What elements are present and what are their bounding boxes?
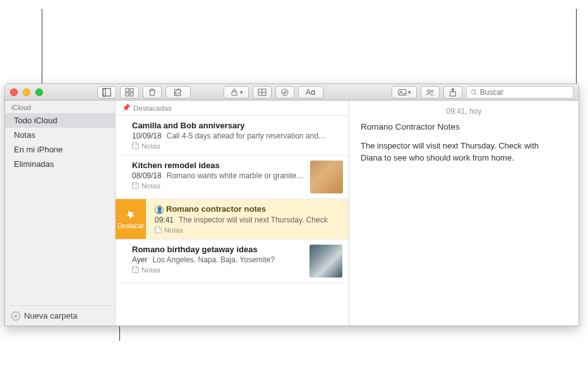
note-date: Ayer: [132, 255, 147, 264]
list-section-header: 📌 Destacadas: [116, 101, 349, 116]
list-section-label: Destacadas: [133, 104, 172, 112]
sidebar-item-label: Todo iCloud: [14, 116, 57, 125]
photo-icon: [398, 88, 407, 97]
folder-icon: [132, 183, 139, 189]
note-date: 09:41: [155, 216, 174, 224]
svg-point-15: [431, 90, 433, 92]
sidebar-item-on-my-iphone[interactable]: En mi iPhone: [5, 142, 115, 157]
note-folder: Notas: [141, 182, 160, 190]
shared-icon: 👤: [155, 205, 164, 214]
media-button[interactable]: ▾: [392, 86, 417, 99]
note-title: Camilla and Bob anniversary: [132, 121, 342, 130]
collaborate-button[interactable]: [421, 86, 440, 99]
note-title: Kitchen remodel ideas: [132, 161, 304, 170]
sidebar-item-deleted[interactable]: Eliminadas: [5, 157, 115, 171]
svg-point-11: [282, 89, 288, 95]
svg-rect-2: [126, 88, 129, 92]
svg-point-17: [472, 90, 476, 94]
svg-rect-0: [103, 88, 105, 96]
list-view-button[interactable]: [97, 86, 116, 99]
close-window-button[interactable]: [10, 88, 18, 96]
note-preview: The inspector will visit next Thursday. …: [179, 216, 342, 224]
share-button[interactable]: [443, 86, 462, 99]
editor-timestamp: 09:41, hoy: [361, 107, 567, 116]
note-date: 08/09/18: [132, 171, 162, 180]
note-item[interactable]: Kitchen remodel ideas 08/09/18 Romano wa…: [116, 155, 349, 199]
format-icon: Aɑ: [306, 88, 316, 97]
note-title: 👤Romano contractor notes: [155, 204, 342, 214]
lock-button[interactable]: ▾: [224, 86, 249, 99]
note-folder: Notas: [141, 142, 160, 150]
note-item-selected[interactable]: Destacar 👤Romano contractor notes 09:41 …: [116, 199, 349, 240]
search-input[interactable]: [480, 88, 569, 97]
table-button[interactable]: [253, 86, 272, 99]
checklist-icon: [280, 88, 289, 97]
svg-rect-4: [126, 93, 129, 96]
svg-rect-5: [130, 93, 133, 96]
checklist-button[interactable]: [275, 86, 294, 99]
sidebar-item-all-icloud[interactable]: Todo iCloud: [5, 113, 115, 128]
folder-icon: [132, 267, 139, 273]
fullscreen-window-button[interactable]: [35, 88, 43, 96]
editor-title: Romano Contractor Notes: [361, 122, 567, 131]
sidebar-item-label: En mi iPhone: [14, 145, 63, 154]
folder-icon: [132, 143, 139, 149]
folder-icon: [155, 228, 162, 233]
svg-rect-3: [130, 88, 133, 92]
pin-action-label: Destacar: [117, 222, 144, 229]
note-preview: Romano wants white marble or granite…: [167, 171, 304, 180]
svg-rect-12: [399, 89, 406, 95]
sidebar-account-header: iCloud: [5, 101, 115, 113]
editor-content[interactable]: The inspector will visit next Thursday. …: [361, 140, 544, 164]
plus-icon: +: [11, 312, 20, 320]
grid-view-icon: [125, 88, 134, 97]
note-date: 10/09/18: [132, 131, 162, 140]
pin-swipe-action[interactable]: Destacar: [116, 199, 146, 239]
compose-icon: [174, 88, 183, 97]
list-view-icon: [102, 88, 111, 97]
pin-icon: [125, 209, 136, 221]
svg-point-14: [428, 89, 430, 92]
format-button[interactable]: Aɑ: [298, 86, 323, 99]
note-folder: Notas: [141, 266, 160, 274]
new-folder-button[interactable]: + Nueva carpeta: [5, 305, 115, 326]
people-icon: [426, 88, 435, 97]
sidebar-item-label: Eliminadas: [14, 159, 54, 169]
sidebar-item-label: Notas: [14, 130, 35, 140]
trash-icon: [148, 88, 157, 97]
sidebar: iCloud Todo iCloud Notas En mi iPhone El…: [5, 101, 116, 326]
new-note-button[interactable]: [165, 86, 191, 99]
note-thumbnail: [309, 245, 342, 277]
grid-view-button[interactable]: [120, 86, 139, 99]
toolbar: ▾ Aɑ ▾: [5, 84, 579, 101]
note-folder: Notas: [164, 226, 183, 234]
note-title: Romano birthday getaway ideas: [132, 245, 303, 254]
search-field[interactable]: [466, 86, 573, 99]
table-icon: [258, 88, 267, 97]
share-icon: [448, 88, 457, 97]
note-preview: Call 4-5 days ahead for party reservatio…: [167, 131, 342, 140]
minimize-window-button[interactable]: [23, 88, 30, 96]
svg-rect-1: [103, 88, 111, 96]
new-folder-label: Nueva carpeta: [24, 311, 78, 320]
note-editor[interactable]: 09:41, hoy Romano Contractor Notes The i…: [349, 101, 579, 326]
delete-button[interactable]: [143, 86, 162, 99]
search-icon: [471, 88, 477, 96]
notes-list[interactable]: 📌 Destacadas Camilla and Bob anniversary…: [116, 101, 349, 326]
note-preview: Los Angeles. Napa. Baja. Yosemite?: [152, 255, 303, 264]
sidebar-item-notas[interactable]: Notas: [5, 128, 115, 142]
window-controls: [10, 88, 43, 96]
note-item[interactable]: Romano birthday getaway ideas Ayer Los A…: [116, 240, 349, 283]
svg-line-18: [475, 93, 476, 94]
notes-window: ▾ Aɑ ▾ iCloud Todo iCloud: [4, 83, 579, 326]
note-thumbnail: [310, 161, 343, 193]
svg-rect-7: [232, 92, 237, 95]
lock-icon: [230, 88, 239, 97]
note-item[interactable]: Camilla and Bob anniversary 10/09/18 Cal…: [116, 116, 349, 155]
pin-icon: 📌: [122, 104, 131, 112]
